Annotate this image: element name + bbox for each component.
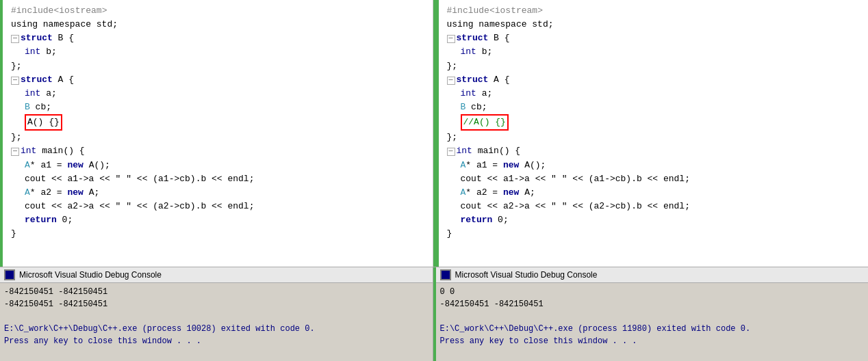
- collapse-icon[interactable]: ─: [11, 148, 19, 156]
- collapse-icon[interactable]: ─: [447, 148, 455, 156]
- keyword: struct: [21, 73, 58, 87]
- right-console-panel: Microsoft Visual Studio Debug Console 0 …: [436, 267, 869, 361]
- right-code-panel: #include<iostream> using namespace std; …: [436, 0, 869, 267]
- keyword: new: [67, 159, 88, 172]
- code-text: * a1 =: [30, 159, 68, 172]
- code-line: return 0;: [447, 213, 863, 227]
- code-line: ─struct B {: [447, 31, 863, 45]
- code-line: A() {}: [11, 114, 427, 131]
- code-line: using namespace std;: [447, 18, 863, 31]
- code-line: cout << a2->a << " " << (a2->cb).b << en…: [447, 200, 863, 213]
- console-icon: [4, 269, 15, 280]
- left-console-titlebar: Microsoft Visual Studio Debug Console: [0, 267, 433, 283]
- code-text: cout << a2->a << " " << (a2->cb).b << en…: [25, 200, 254, 213]
- highlighted-code: A() {}: [25, 114, 62, 131]
- console-output-line: 0 0: [440, 286, 865, 298]
- console-output-line: -842150451 -842150451: [4, 298, 429, 310]
- code-line: ─int main() {: [447, 144, 863, 158]
- console-output-line: [440, 310, 865, 323]
- code-line: #include<iostream>: [447, 4, 863, 18]
- left-code-panel: #include<iostream> using namespace std; …: [0, 0, 433, 267]
- keyword: return: [461, 213, 498, 227]
- code-line: A* a1 = new A();: [11, 159, 427, 172]
- right-code-content: #include<iostream> using namespace std; …: [442, 4, 863, 241]
- type-name: A: [461, 186, 466, 200]
- right-console-titlebar: Microsoft Visual Studio Debug Console: [436, 267, 869, 283]
- code-text: 0;: [498, 213, 509, 227]
- code-text: * a1 =: [465, 159, 503, 172]
- type-name: A: [25, 186, 30, 200]
- include: <iostream>: [489, 4, 543, 18]
- code-line: A* a2 = new A;: [447, 186, 863, 200]
- code-text: * a2 =: [465, 186, 503, 200]
- code-text: cout << a1->a << " " << (a1->cb).b << en…: [25, 172, 254, 186]
- collapse-icon[interactable]: ─: [447, 35, 455, 43]
- console-area: Microsoft Visual Studio Debug Console -8…: [0, 267, 868, 361]
- code-text: * a2 =: [30, 186, 68, 200]
- keyword: new: [67, 186, 88, 200]
- console-output-line: -842150451 -842150451: [440, 298, 865, 310]
- right-green-bar: [436, 0, 439, 267]
- console-path-line: Press any key to close this window . . .: [440, 335, 865, 347]
- comment-text: //A() {}: [463, 117, 506, 127]
- code-text: cout << a2->a << " " << (a2->cb).b << en…: [461, 200, 690, 213]
- right-console-body: 0 0 -842150451 -842150451 E:\C_work\C++\…: [436, 283, 869, 350]
- code-line: int a;: [447, 87, 863, 101]
- console-path-line: Press any key to close this window . . .: [4, 335, 429, 347]
- console-output-line: [4, 310, 429, 323]
- console-icon: [440, 269, 451, 280]
- code-line: }: [447, 227, 863, 241]
- code-text: };: [11, 131, 22, 144]
- code-line: A* a2 = new A;: [11, 186, 427, 200]
- type-name: B: [461, 101, 472, 114]
- code-line: ─struct B {: [11, 31, 427, 45]
- directive: #include: [11, 4, 53, 18]
- keyword: int: [25, 87, 46, 101]
- code-line: };: [11, 59, 427, 73]
- code-text: A {: [58, 73, 74, 87]
- code-line: int a;: [11, 87, 427, 101]
- code-line: #include<iostream>: [11, 4, 427, 18]
- code-line: B cb;: [11, 101, 427, 114]
- directive: #include: [447, 4, 489, 18]
- code-text: };: [11, 59, 22, 73]
- highlighted-code: //A() {}: [461, 114, 509, 131]
- collapse-icon[interactable]: ─: [11, 77, 19, 85]
- code-text: 0;: [62, 213, 73, 227]
- code-text: };: [447, 59, 458, 73]
- code-line: int b;: [11, 45, 427, 59]
- code-line: ─struct A {: [11, 73, 427, 87]
- code-line: cout << a2->a << " " << (a2->cb).b << en…: [11, 200, 427, 213]
- code-text: a;: [482, 87, 493, 101]
- left-console-body: -842150451 -842150451 -842150451 -842150…: [0, 283, 433, 350]
- code-text: cb;: [471, 101, 487, 114]
- code-line: cout << a1->a << " " << (a1->cb).b << en…: [11, 172, 427, 186]
- collapse-icon[interactable]: ─: [447, 77, 455, 85]
- collapse-icon[interactable]: ─: [11, 35, 19, 43]
- console-output-line: -842150451 -842150451: [4, 286, 429, 298]
- code-text: }: [447, 227, 452, 241]
- keyword: struct: [457, 73, 494, 87]
- code-text: A();: [524, 159, 546, 172]
- left-green-bar: [0, 0, 3, 267]
- code-line: }: [11, 227, 427, 241]
- code-text: cout << a1->a << " " << (a1->cb).b << en…: [461, 172, 690, 186]
- code-text: b;: [482, 45, 493, 59]
- code-line: B cb;: [447, 101, 863, 114]
- code-text: A;: [89, 186, 100, 200]
- right-console-title: Microsoft Visual Studio Debug Console: [455, 270, 598, 280]
- code-text: a;: [46, 87, 57, 101]
- code-text: b;: [46, 45, 57, 59]
- code-text: using namespace std;: [11, 18, 118, 31]
- code-text: A();: [89, 159, 110, 172]
- code-text: B {: [494, 31, 509, 45]
- keyword: new: [503, 186, 524, 200]
- code-text: main() {: [478, 144, 520, 158]
- left-code-content: #include<iostream> using namespace std; …: [5, 4, 427, 241]
- left-console-panel: Microsoft Visual Studio Debug Console -8…: [0, 267, 433, 361]
- code-line: cout << a1->a << " " << (a1->cb).b << en…: [447, 172, 863, 186]
- keyword: struct: [21, 31, 58, 45]
- keyword: struct: [457, 31, 494, 45]
- code-line: };: [447, 59, 863, 73]
- keyword: int: [461, 45, 482, 59]
